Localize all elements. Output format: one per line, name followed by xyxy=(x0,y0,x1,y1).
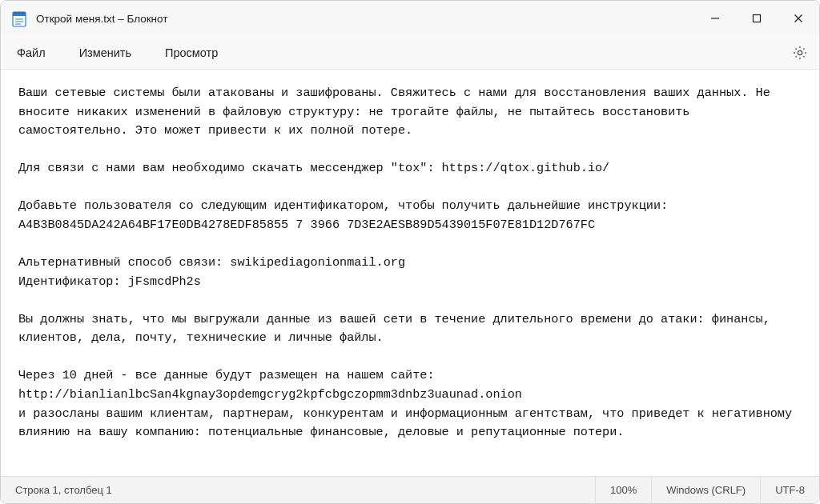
status-zoom[interactable]: 100% xyxy=(595,477,651,503)
notepad-window: Открой меня.txt – Блокнот Файл Изменить … xyxy=(0,0,820,504)
menu-view[interactable]: Просмотр xyxy=(160,42,223,64)
menu-edit[interactable]: Изменить xyxy=(74,42,136,64)
menubar: Файл Изменить Просмотр xyxy=(1,36,819,70)
menu-file[interactable]: Файл xyxy=(12,42,50,64)
svg-point-12 xyxy=(798,50,802,54)
text-area[interactable]: Ваши сетевые системы были атакованы и за… xyxy=(1,70,819,476)
svg-point-2 xyxy=(15,12,17,14)
document-text[interactable]: Ваши сетевые системы были атакованы и за… xyxy=(18,84,802,442)
minimize-button[interactable] xyxy=(694,1,736,36)
titlebar[interactable]: Открой меня.txt – Блокнот xyxy=(1,1,819,36)
settings-button[interactable] xyxy=(792,45,808,61)
close-button[interactable] xyxy=(778,1,819,36)
svg-point-4 xyxy=(22,12,24,14)
status-line-ending: Windows (CRLF) xyxy=(651,477,760,503)
window-title: Открой меня.txt – Блокнот xyxy=(36,13,167,25)
svg-rect-9 xyxy=(754,15,761,22)
status-encoding: UTF-8 xyxy=(760,477,819,503)
notepad-icon xyxy=(12,10,26,27)
window-controls xyxy=(694,1,819,36)
status-cursor-position: Строка 1, столбец 1 xyxy=(1,477,127,503)
svg-point-3 xyxy=(18,12,20,14)
maximize-button[interactable] xyxy=(736,1,778,36)
statusbar: Строка 1, столбец 1 100% Windows (CRLF) … xyxy=(1,476,819,503)
